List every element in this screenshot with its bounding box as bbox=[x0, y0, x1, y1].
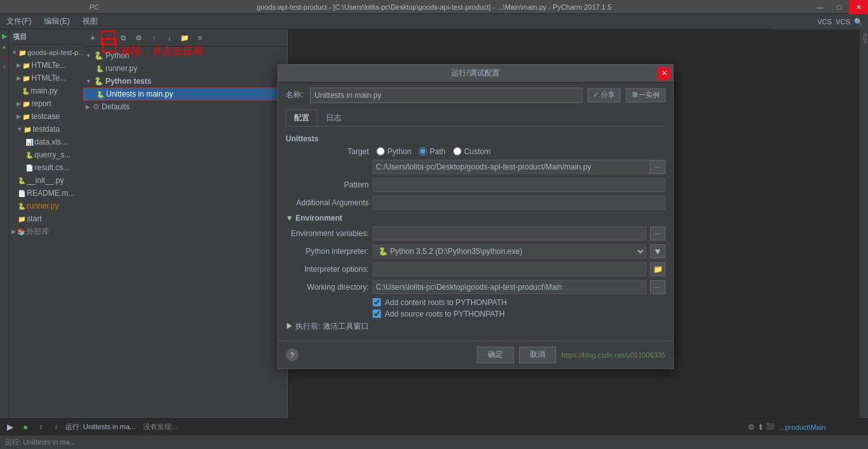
footer-url: https://blog.csdn.net/u011006335 bbox=[561, 351, 665, 359]
radio-path[interactable]: Path bbox=[419, 147, 446, 156]
run-debug-dialog: 运行/调试配置 ✕ 名称: ✓ 分享 单一实例 配置 bbox=[277, 64, 674, 369]
pattern-input[interactable] bbox=[373, 178, 665, 192]
menu-edit[interactable]: 编辑(E) bbox=[42, 15, 72, 28]
left-icon-strip: ▶ ● ✕ ? bbox=[0, 29, 9, 418]
close-button[interactable]: ✕ bbox=[849, 0, 868, 14]
dialog-footer: ? 确定 取消 https://blog.csdn.net/u011006335 bbox=[278, 341, 673, 368]
tree-item-result[interactable]: 📄 result.cs... bbox=[9, 161, 95, 174]
radio-python[interactable]: Python bbox=[376, 147, 411, 156]
pattern-row: Pattern bbox=[286, 178, 665, 192]
source-roots-label: Add source roots to PYTHONPATH bbox=[385, 310, 505, 319]
tree-item-init[interactable]: 🐍 __init__.py bbox=[9, 174, 95, 187]
left-icon-circle[interactable]: ● bbox=[0, 44, 8, 51]
interp-options-label: Interpreter options: bbox=[286, 265, 369, 274]
checkbox-source-roots: Add source roots to PYTHONPATH bbox=[373, 310, 665, 319]
config-section: Unittests Target Python Path bbox=[286, 130, 665, 336]
checkbox-content-roots: Add content roots to PYTHONPATH bbox=[373, 298, 665, 307]
working-dir-browse-btn[interactable]: ··· bbox=[650, 280, 665, 294]
dialog-titlebar: 运行/调试配置 ✕ bbox=[278, 65, 673, 83]
project-tree: ▼ 📁 goods-api-test-p... ▶ 📁 HTMLTe... ▶ … bbox=[9, 45, 95, 418]
project-sidebar: 项目 ▼ 📁 goods-api-test-p... ▶ 📁 HTMLTe... bbox=[9, 29, 95, 418]
maximize-button[interactable]: □ bbox=[830, 0, 849, 14]
tab-config[interactable]: 配置 bbox=[286, 109, 318, 126]
tree-item-htmlte2[interactable]: ▶ 📁 HTMLTe... bbox=[9, 72, 95, 84]
window-title: goods-api-test-product - [C:\Users\lolit… bbox=[256, 3, 611, 11]
run-sort2-btn[interactable]: ↕ bbox=[50, 421, 63, 434]
dialog-body: 名称: ✓ 分享 单一实例 配置 日志 Unittests bbox=[278, 83, 673, 341]
python-interp-select[interactable]: 🐍 Python 3.5.2 (D:\Python35\python.exe) bbox=[373, 244, 646, 258]
dialog-close-btn[interactable]: ✕ bbox=[658, 67, 670, 80]
name-input[interactable] bbox=[310, 88, 582, 103]
before-launch-header[interactable]: ▶ 执行前: 激活工具窗口 bbox=[286, 321, 665, 332]
run-settings-icon[interactable]: ⚙ bbox=[748, 423, 755, 432]
tree-item-readme[interactable]: 📄 README.m... bbox=[9, 187, 95, 200]
tree-item-testcase[interactable]: ▶ 📁 testcase bbox=[9, 110, 95, 123]
interp-options-input[interactable] bbox=[373, 262, 646, 276]
name-label: 名称: bbox=[286, 90, 305, 100]
footer-right: 确定 取消 https://blog.csdn.net/u011006335 bbox=[477, 347, 665, 363]
left-icon-x: ✕ bbox=[0, 54, 8, 61]
run-status: 没有发现... bbox=[143, 422, 177, 432]
env-vars-label: Environment variables: bbox=[286, 229, 369, 238]
run-bar: ▶ ● ↕ ↕ 运行: Unittests in ma... 没有发现... ⚙… bbox=[0, 418, 868, 435]
ok-button[interactable]: 确定 bbox=[477, 347, 514, 363]
env-vars-row: Environment variables: ··· bbox=[286, 226, 665, 240]
status-bar: 运行: Unittests in ma... bbox=[0, 435, 868, 449]
cancel-button[interactable]: 取消 bbox=[519, 347, 556, 363]
tab-log[interactable]: 日志 bbox=[318, 109, 350, 126]
left-icon-run[interactable]: ▶ bbox=[0, 32, 8, 40]
tree-item-testdata[interactable]: ▼ 📁 testdata bbox=[9, 123, 95, 136]
run-stop-circle[interactable]: ● bbox=[19, 421, 32, 434]
run-sort-btn[interactable]: ↕ bbox=[35, 421, 47, 434]
run-label: 运行: Unittests in ma... bbox=[65, 422, 136, 432]
additional-args-input[interactable] bbox=[373, 196, 665, 210]
tree-item-report[interactable]: ▶ 📁 report bbox=[9, 97, 95, 110]
help-icon[interactable]: ? bbox=[286, 349, 298, 361]
minimize-button[interactable]: — bbox=[810, 0, 830, 14]
python-interp-row: Python interpreter: 🐍 Python 3.5.2 (D:\P… bbox=[286, 244, 665, 258]
run-arrow-up[interactable]: ⬆ bbox=[757, 423, 764, 432]
menu-file[interactable]: 文件(F) bbox=[4, 15, 34, 28]
sidebar-header: 项目 bbox=[9, 29, 95, 45]
run-restore-icon[interactable]: ⬛ bbox=[766, 423, 774, 432]
status-text: 运行: Unittests in ma... bbox=[5, 437, 75, 447]
env-header[interactable]: ▼ Environment bbox=[286, 214, 665, 223]
share-button[interactable]: ✓ 分享 bbox=[587, 88, 621, 102]
tree-item-runnerpy[interactable]: 🐍 runner.py bbox=[9, 200, 95, 212]
working-dir-input[interactable] bbox=[373, 280, 646, 294]
window-controls: — □ ✕ bbox=[810, 0, 868, 14]
tree-item-dataxls[interactable]: 📊 data.xls... bbox=[9, 136, 95, 148]
env-label: ▼ Environment bbox=[286, 214, 343, 223]
content-roots-checkbox[interactable] bbox=[373, 298, 381, 306]
path-row: ··· bbox=[373, 160, 665, 174]
path-browse-btn[interactable]: ··· bbox=[650, 160, 665, 174]
unittests-label: Unittests bbox=[286, 134, 665, 143]
interp-options-row: Interpreter options: 📁 bbox=[286, 262, 665, 276]
additional-args-label: Additional Arguments bbox=[286, 198, 369, 207]
dialog-overlay: 运行/调试配置 ✕ 名称: ✓ 分享 单一实例 配置 bbox=[83, 14, 868, 418]
path-input[interactable] bbox=[373, 160, 650, 174]
tree-item-start[interactable]: 📁 start bbox=[9, 212, 95, 225]
tree-item-goods[interactable]: ▼ 📁 goods-api-test-p... bbox=[9, 46, 95, 59]
python-interp-dropdown-btn[interactable]: ▼ bbox=[650, 244, 665, 258]
tree-item-extlib[interactable]: ▶ 📚 外部库 bbox=[9, 225, 95, 238]
interp-options-btn[interactable]: 📁 bbox=[650, 262, 665, 276]
dialog-name-row: 名称: ✓ 分享 单一实例 bbox=[286, 88, 665, 103]
source-roots-checkbox[interactable] bbox=[373, 310, 381, 318]
pattern-label: Pattern bbox=[286, 180, 369, 189]
left-icon-q[interactable]: ? bbox=[0, 65, 8, 71]
before-launch-section: ▶ 执行前: 激活工具窗口 bbox=[286, 321, 665, 332]
tree-item-querry[interactable]: 🐍 querry_s... bbox=[9, 148, 95, 161]
target-row: Target Python Path Custom bbox=[286, 147, 665, 156]
run-play-btn[interactable]: ▶ bbox=[4, 421, 17, 434]
tree-item-mainpy[interactable]: 🐍 main.py bbox=[9, 84, 95, 97]
dialog-tabs: 配置 日志 bbox=[286, 109, 665, 127]
radio-custom[interactable]: Custom bbox=[453, 147, 490, 156]
env-vars-input[interactable] bbox=[373, 226, 646, 240]
env-vars-browse-btn[interactable]: ··· bbox=[650, 226, 665, 240]
working-dir-row: Working directory: ··· bbox=[286, 280, 665, 294]
tree-item-htmlte1[interactable]: ▶ 📁 HTMLTe... bbox=[9, 59, 95, 72]
dialog-title: 运行/调试配置 bbox=[451, 68, 499, 79]
working-dir-label: Working directory: bbox=[286, 283, 369, 292]
single-instance-button[interactable]: 单一实例 bbox=[626, 88, 665, 102]
